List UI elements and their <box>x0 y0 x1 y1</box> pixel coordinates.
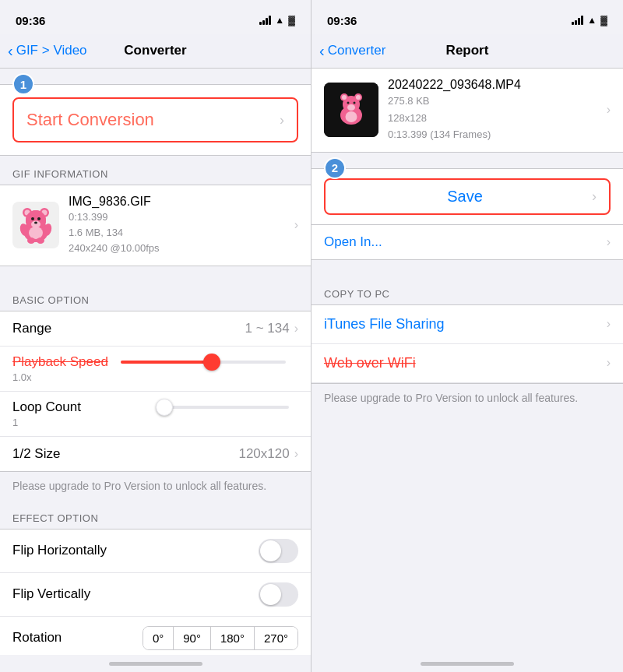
back-button-right[interactable]: ‹ Converter <box>319 43 385 58</box>
slider-fill <box>121 361 212 364</box>
home-bar-left <box>109 662 202 666</box>
save-chevron: › <box>592 188 597 205</box>
upgrade-notice-basic: Please upgrade to Pro Version to unlock … <box>0 472 311 500</box>
nav-title-left: Converter <box>124 43 186 58</box>
svg-point-22 <box>356 95 361 100</box>
home-indicator-left <box>0 655 311 672</box>
start-conversion-label: Start Conversion <box>26 110 154 130</box>
playback-speed-label: Playback Speed <box>12 354 108 370</box>
itunes-row[interactable]: iTunes File Sharing › <box>312 305 623 344</box>
svg-point-9 <box>31 217 34 220</box>
itunes-chevron: › <box>607 317 611 331</box>
save-label: Save <box>338 188 592 206</box>
itunes-label: iTunes File Sharing <box>324 316 444 332</box>
loop-count-value: 1 <box>12 417 18 428</box>
loop-count-row[interactable]: Loop Count 1 <box>0 392 311 437</box>
svg-point-15 <box>37 237 44 244</box>
time-right: 09:36 <box>327 14 357 27</box>
bottom-spacer-right <box>312 412 623 459</box>
rotation-180[interactable]: 180° <box>211 627 255 649</box>
svg-point-24 <box>347 104 355 111</box>
web-wifi-chevron: › <box>607 356 611 370</box>
svg-point-23 <box>346 111 357 122</box>
start-conversion-button[interactable]: Start Conversion › <box>12 97 298 142</box>
flip-horizontally-toggle[interactable] <box>259 539 298 563</box>
svg-point-10 <box>37 217 40 220</box>
svg-point-14 <box>27 237 35 244</box>
report-details: 20240222_093648.MP4 275.8 KB 128x128 0:1… <box>388 78 607 142</box>
loop-slider[interactable] <box>156 406 290 409</box>
save-button[interactable]: Save › <box>324 178 611 215</box>
back-chevron-left: ‹ <box>8 43 13 58</box>
report-size: 275.8 KB <box>388 93 607 109</box>
report-file-row[interactable]: 20240222_093648.MP4 275.8 KB 128x128 0:1… <box>312 69 623 153</box>
open-in-row[interactable]: Open In... › <box>312 225 623 260</box>
gif-info-row[interactable]: IMG_9836.GIF 0:13.399 1.6 MB, 134 240x24… <box>0 185 311 266</box>
back-button-left[interactable]: ‹ GIF > Video <box>8 43 87 58</box>
half-size-value: 120x120 <box>238 446 289 462</box>
gif-details: IMG_9836.GIF 0:13.399 1.6 MB, 134 240x24… <box>69 195 294 256</box>
left-panel: 09:36 ▲ ▓ ‹ GIF > Video Converter 1 Sta <box>0 0 312 672</box>
rotation-row: Rotation 0° 90° 180° 270° <box>0 617 311 655</box>
gif-filename: IMG_9836.GIF <box>69 195 294 209</box>
loop-thumb[interactable] <box>156 399 173 416</box>
time-left: 09:36 <box>16 14 45 27</box>
report-duration: 0:13.399 (134 Frames) <box>388 127 607 142</box>
status-bar-left: 09:36 ▲ ▓ <box>0 0 311 34</box>
nav-bar-right: ‹ Converter Report <box>312 34 623 69</box>
gif-info-chevron: › <box>294 218 298 232</box>
svg-point-25 <box>347 102 350 104</box>
battery-icon: ▓ <box>288 15 295 26</box>
home-indicator-right <box>312 655 623 672</box>
flip-vertically-knob <box>260 584 281 605</box>
upgrade-notice-right: Please upgrade to Pro Version to unlock … <box>312 384 623 412</box>
copy-to-pc-header: COPY TO PC <box>312 276 623 304</box>
open-in-chevron: › <box>607 235 611 249</box>
copy-options-card: iTunes File Sharing › Web over WiFi › <box>312 304 623 384</box>
slider-thumb[interactable] <box>203 354 220 371</box>
flip-vertically-toggle[interactable] <box>259 582 298 607</box>
status-icons-left: ▲ ▓ <box>259 15 295 26</box>
status-icons-right: ▲ ▓ <box>572 15 607 26</box>
playback-speed-value: 1.0x <box>12 371 32 383</box>
rotation-0[interactable]: 0° <box>143 627 174 649</box>
rotation-group: 0° 90° 180° 270° <box>143 626 298 650</box>
right-panel-content: 20240222_093648.MP4 275.8 KB 128x128 0:1… <box>312 69 623 655</box>
flip-horizontally-row: Flip Horizontally <box>0 530 311 573</box>
report-thumbnail <box>324 83 378 137</box>
gif-duration: 0:13.399 <box>69 210 294 224</box>
playback-slider[interactable] <box>121 361 286 364</box>
basic-options-card: Range 1 ~ 134 › Playback Speed 1.0x L <box>0 311 311 472</box>
rotation-270[interactable]: 270° <box>255 627 297 649</box>
signal-icon-right <box>572 16 583 25</box>
playback-speed-row[interactable]: Playback Speed 1.0x <box>0 347 311 392</box>
home-bar-right <box>421 662 514 666</box>
back-label-right: Converter <box>328 43 386 58</box>
range-row[interactable]: Range 1 ~ 134 › <box>0 311 311 347</box>
left-panel-content: 1 Start Conversion › GIF INFORMATION <box>0 69 311 655</box>
bear-icon <box>14 203 58 247</box>
flip-vertically-label: Flip Vertically <box>12 586 259 602</box>
step2-badge: 2 <box>324 157 346 179</box>
range-label: Range <box>12 321 245 336</box>
gif-thumbnail <box>12 202 59 248</box>
report-filename: 20240222_093648.MP4 <box>388 78 607 92</box>
half-size-row[interactable]: 1/2 Size 120x120 › <box>0 437 311 471</box>
rotation-90[interactable]: 90° <box>174 627 211 649</box>
start-conversion-chevron: › <box>280 112 284 128</box>
half-size-chevron: › <box>294 447 298 461</box>
svg-point-7 <box>29 227 43 239</box>
right-panel: 09:36 ▲ ▓ ‹ Converter Report <box>312 0 623 672</box>
flip-horizontally-knob <box>260 540 281 561</box>
start-conversion-section: 1 Start Conversion › <box>0 84 311 156</box>
save-section: Save › <box>312 168 623 225</box>
loop-count-label: Loop Count <box>12 399 146 415</box>
battery-icon-right: ▓ <box>600 15 607 26</box>
nav-bar-left: ‹ GIF > Video Converter <box>0 34 311 69</box>
svg-point-26 <box>354 102 356 104</box>
range-chevron: › <box>294 322 298 336</box>
open-in-label: Open In... <box>324 234 382 250</box>
nav-title-right: Report <box>446 43 489 58</box>
range-value: 1 ~ 134 <box>245 321 289 336</box>
svg-point-21 <box>342 95 347 100</box>
